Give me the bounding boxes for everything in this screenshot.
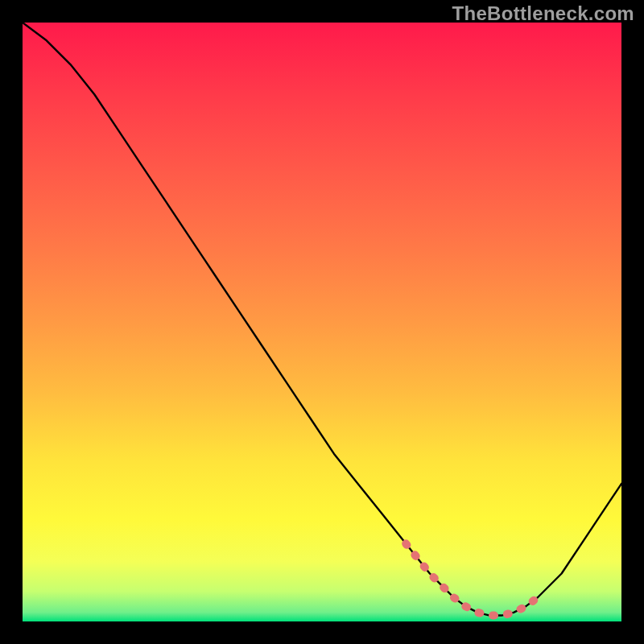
bottleneck-chart bbox=[23, 23, 621, 621]
gradient-background bbox=[23, 23, 621, 621]
chart-frame: TheBottleneck.com bbox=[0, 0, 644, 644]
watermark-text: TheBottleneck.com bbox=[452, 2, 634, 25]
